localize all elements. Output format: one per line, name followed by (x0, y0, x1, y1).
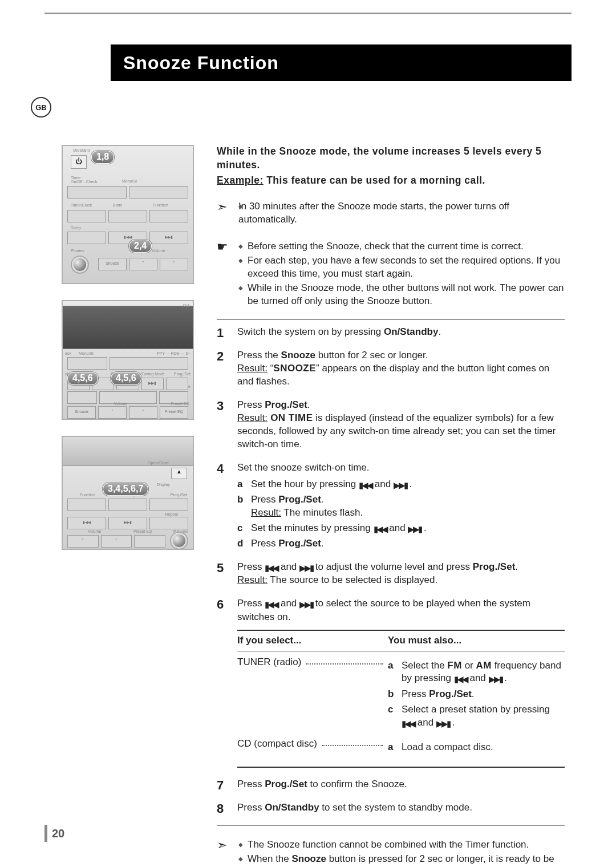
eject-btn: ▲ (171, 468, 187, 479)
page-title: Snooze Function (123, 52, 279, 74)
lbl: Snooze (67, 406, 96, 419)
device-panel-3: Open/Close ▲ Display Function ■ /Tuning … (62, 436, 194, 550)
prev-icon: ▮◀◀ (359, 480, 372, 491)
lbl: Open/Close (148, 461, 169, 465)
lbl: Prog./Set (174, 372, 191, 376)
step-4: 4 Set the snooze switch-on time. a Set t… (217, 461, 565, 550)
callout: 1,8 (91, 151, 114, 164)
next-icon: ▶▶▮ (299, 562, 313, 574)
lbl: Mono/St (79, 351, 94, 355)
step-8: 8 Press On/Standby to set the system to … (217, 801, 565, 815)
step-2: 2 Press the Snooze button for 2 sec or l… (217, 349, 565, 388)
divider (217, 825, 565, 826)
lbl: Function (153, 203, 168, 207)
lbl: Function (80, 493, 95, 497)
next-icon: ▶▶▮ (408, 524, 421, 535)
leader-dots (306, 663, 383, 665)
lbl: On/Stand (73, 148, 90, 152)
lbl: Timer/Clock (71, 203, 92, 207)
power-icon: ⏻ (71, 155, 87, 169)
lbl: Phones (71, 249, 84, 253)
knob (171, 533, 187, 549)
step-7: 7 Press Prog./Set to confirm the Snooze. (217, 778, 565, 791)
lbl: Timer On/Off - Check (71, 176, 98, 184)
step-1: 1 Switch the system on by pressing On/St… (217, 326, 565, 339)
arrow-icon: ➣ (217, 201, 233, 213)
lbl: ■ /Tuning Mode (137, 372, 165, 376)
tray (63, 437, 193, 466)
device-panel-2: Opt ack Mono/St PTY — RDS — Di ck Band F… (62, 300, 194, 420)
row-tuner: TUNER (radio) a Select the FM or AM freq… (237, 656, 565, 732)
device-illustrations: On/Stand ⏻ Timer On/Off - Check Mono/St … (62, 145, 194, 566)
hand-icon: ☛ (217, 241, 233, 253)
prev-icon: ▮◀◀ (374, 524, 387, 535)
row-cd: CD (compact disc) a Load a compact disc. (237, 738, 565, 756)
lbl: Sleep (71, 226, 81, 230)
lbl: Volume (152, 249, 165, 253)
lbl: Mono/St (122, 179, 137, 183)
next-icon: ▶▶▮ (299, 599, 313, 610)
note-footer: ➣ The Snooze function cannot be combined… (217, 838, 565, 867)
lbl: Opt (183, 303, 189, 307)
content-column: While in the Snooze mode, the volume inc… (217, 145, 565, 867)
next-icon: ▶▶▮ (394, 480, 407, 491)
lbl: Volume (114, 402, 127, 406)
lbl: ack (65, 351, 71, 355)
title-bar: Snooze Function (111, 44, 572, 81)
next-icon: ▶▶▮ (436, 718, 449, 730)
col-header: You must also... (388, 634, 565, 647)
callout: 4,5,6 (111, 372, 141, 385)
top-rule (44, 13, 572, 14)
lbl: PTY — RDS — Di (157, 351, 189, 355)
prev-icon: ▮◀◀ (265, 599, 278, 610)
callout: 3,4,5,6,7 (103, 483, 148, 496)
prev-icon: ▮◀◀ (402, 718, 415, 730)
knob (72, 257, 88, 273)
locale-badge: GB (31, 97, 51, 118)
step-6: 6 Press ▮◀◀ and ▶▶▮ to select the source… (217, 597, 565, 767)
divider (217, 319, 565, 320)
device-panel-1: On/Stand ⏻ Timer On/Off - Check Mono/St … (62, 145, 194, 284)
lbl: Prog./Set (171, 493, 187, 497)
lbl: Snooze (98, 258, 127, 270)
note-preconditions: ☛ Before setting the Snooze, check that … (217, 240, 565, 309)
step-3: 3 Press Prog./Set. Result: ON TIME is di… (217, 399, 565, 451)
col-header: If you select... (237, 634, 388, 647)
lbl: Preset EQ (133, 529, 152, 533)
page-number: 20 (44, 825, 64, 842)
callout: 4,5,6 (67, 372, 98, 385)
lbl: Repeat (165, 512, 178, 516)
note-auto-off: ➣ In 30 minutes after the Snooze mode st… (217, 200, 565, 228)
manual-page: Snooze Function GB On/Stand ⏻ Timer On/O… (0, 0, 616, 867)
lbl: Preset EQ (160, 406, 188, 419)
arrow-icon: ➣ (217, 839, 233, 852)
example-line: Example: This feature can be used for a … (217, 174, 565, 188)
lbl: Display (157, 483, 170, 487)
leader-dots (322, 744, 383, 746)
step-5: 5 Press ▮◀◀ and ▶▶▮ to adjust the volume… (217, 561, 565, 587)
callout: 2,4 (129, 240, 152, 253)
intro-text: While in the Snooze mode, the volume inc… (217, 145, 565, 172)
display (63, 306, 193, 349)
lbl: Volume (88, 529, 101, 533)
lbl: Preset EQ (171, 402, 189, 406)
source-selection-table: If you select... You must also... TUNER … (237, 630, 565, 768)
next-icon: ▶▶▮ (489, 674, 502, 685)
steps-list: 1 Switch the system on by pressing On/St… (217, 326, 565, 814)
lbl: Band (113, 203, 122, 207)
prev-icon: ▮◀◀ (454, 674, 467, 685)
prev-icon: ▮◀◀ (265, 562, 278, 574)
